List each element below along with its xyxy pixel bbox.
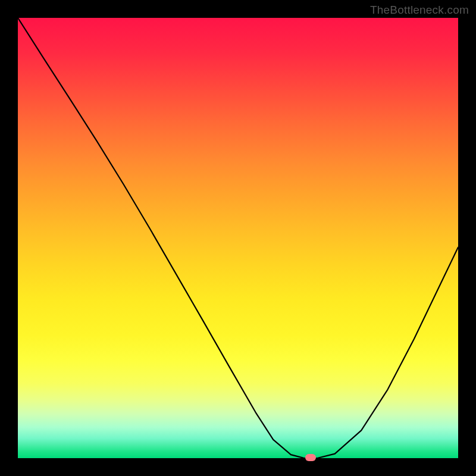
chart-container: TheBottleneck.com xyxy=(0,0,476,476)
watermark-text: TheBottleneck.com xyxy=(370,4,469,17)
curve-svg xyxy=(18,18,458,458)
plot-area xyxy=(18,18,458,458)
optimal-point-marker xyxy=(305,454,316,461)
bottleneck-curve xyxy=(18,18,458,458)
